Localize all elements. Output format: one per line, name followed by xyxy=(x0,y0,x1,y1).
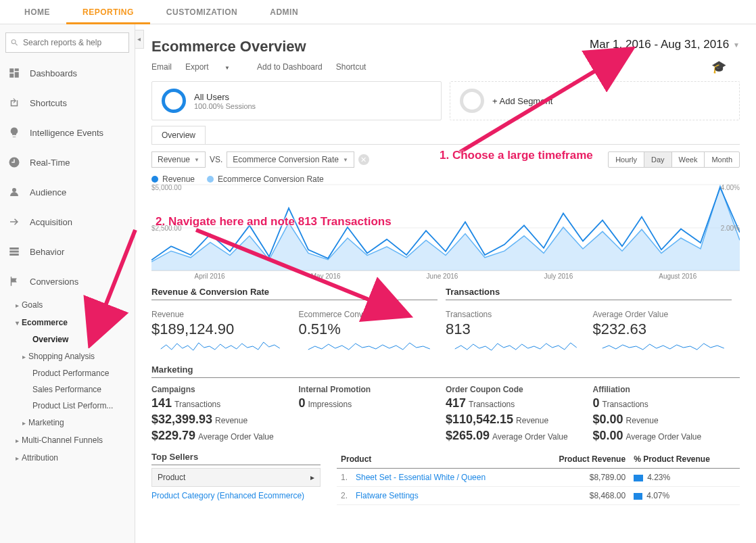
row-pct: 4.23% xyxy=(647,473,670,482)
main-panel: ◂ Ecommerce Overview Mar 1, 2016 - Aug 3… xyxy=(135,24,756,543)
nav-behavior[interactable]: Behavior xyxy=(0,237,135,266)
nav-shortcuts[interactable]: Shortcuts xyxy=(0,88,135,118)
sub2-overview[interactable]: Overview xyxy=(4,331,135,348)
search-icon xyxy=(10,38,19,47)
sub-label: Attribution xyxy=(22,453,58,463)
sub-ecommerce[interactable]: ▾Ecommerce xyxy=(4,314,135,331)
sub-label: Goals xyxy=(22,300,43,310)
chevron-right-icon: ▸ xyxy=(310,473,314,482)
kpi-label: Transactions xyxy=(446,310,586,319)
segment-title: All Users xyxy=(194,92,256,102)
clear-metric2[interactable]: ✕ xyxy=(358,154,369,165)
mkt-val: 141 xyxy=(151,396,172,410)
table-row: 1. Sheet Set - Essential White / Queen $… xyxy=(337,469,740,487)
sub2-prodperf[interactable]: Product Performance xyxy=(4,365,135,381)
top-nav: HOME REPORTING CUSTOMIZATION ADMIN xyxy=(0,0,756,24)
nav-label: Dashboards xyxy=(30,68,77,78)
nav-realtime[interactable]: Real-Time xyxy=(0,147,135,177)
sub2-shopping[interactable]: ▸Shopping Analysis xyxy=(4,348,135,365)
nav-reporting[interactable]: REPORTING xyxy=(66,0,150,24)
nav-acquisition[interactable]: Acquisition xyxy=(0,207,135,237)
chevron-down-icon: ▼ xyxy=(194,157,199,163)
sidebar-collapse[interactable]: ◂ xyxy=(135,30,144,49)
nav-audience[interactable]: Audience xyxy=(0,177,135,207)
tb-add-dashboard[interactable]: Add to Dashboard xyxy=(257,62,323,72)
metric2-label: Ecommerce Conversion Rate xyxy=(233,155,339,164)
date-range-picker[interactable]: Mar 1, 2016 - Aug 31, 2016 ▼ xyxy=(590,38,740,51)
gran-week[interactable]: Week xyxy=(671,152,705,167)
product-link[interactable]: Flatware Settings xyxy=(356,491,419,500)
mkt-val: $0.00 xyxy=(593,412,623,426)
mkt-col-title: Internal Promotion xyxy=(299,385,438,394)
sub2-prodlist[interactable]: Product List Perform... xyxy=(4,398,135,414)
mkt-val: $265.09 xyxy=(446,429,490,442)
gran-month[interactable]: Month xyxy=(704,152,739,167)
pct-bar xyxy=(634,475,643,481)
legend-revenue: Revenue xyxy=(162,174,195,184)
row-rev: $8,789.00 xyxy=(532,469,630,487)
clock-icon xyxy=(8,156,20,168)
dim-product[interactable]: Product▸ xyxy=(151,468,321,487)
legend-ecr: Ecommerce Conversion Rate xyxy=(218,174,324,184)
tb-email[interactable]: Email xyxy=(151,62,172,72)
kpi-aov: Average Order Value $232.63 xyxy=(593,306,740,355)
top-sellers-heading: Top Sellers xyxy=(151,452,321,465)
mkt-unit: Average Order Value xyxy=(626,432,702,442)
mkt-val: 0 xyxy=(299,396,306,410)
nav-label: Intelligence Events xyxy=(30,128,103,138)
mkt-unit: Transactions xyxy=(603,400,648,409)
gran-day[interactable]: Day xyxy=(644,152,671,167)
kpi-label: Revenue xyxy=(151,310,292,319)
sub-attribution[interactable]: ▸Attribution xyxy=(4,449,135,467)
kpi-value: $189,124.90 xyxy=(151,321,292,338)
page-title: Ecommerce Overview xyxy=(151,38,306,55)
mkt-val: $229.79 xyxy=(151,429,195,442)
sub2-salesperf[interactable]: Sales Performance xyxy=(4,381,135,398)
nav-dashboards[interactable]: Dashboards xyxy=(0,58,135,88)
th-pct: % Product Revenue xyxy=(630,452,740,469)
mkt-col-title: Order Coupon Code xyxy=(446,385,585,394)
search-input[interactable] xyxy=(23,38,124,47)
nav-customization[interactable]: CUSTOMIZATION xyxy=(150,0,254,24)
row-index: 1. xyxy=(337,469,352,487)
top-sellers-table: Product Product Revenue % Product Revenu… xyxy=(337,452,740,505)
kpi-value: 0.51% xyxy=(299,321,440,338)
tb-shortcut[interactable]: Shortcut xyxy=(336,62,367,72)
sparkline xyxy=(593,338,734,353)
gran-hourly[interactable]: Hourly xyxy=(609,152,644,167)
search-box[interactable] xyxy=(5,32,129,53)
product-link[interactable]: Sheet Set - Essential White / Queen xyxy=(356,473,486,482)
sparkline xyxy=(446,338,586,353)
nav-admin[interactable]: ADMIN xyxy=(254,0,314,24)
date-range-text: Mar 1, 2016 - Aug 31, 2016 xyxy=(590,38,729,51)
dim-product-category[interactable]: Product Category (Enhanced Ecommerce) xyxy=(151,487,321,504)
nav-intelligence[interactable]: Intelligence Events xyxy=(0,118,135,147)
table-row: 2. Flatware Settings $8,468.00 4.07% xyxy=(337,487,740,505)
graduation-icon[interactable]: 🎓 xyxy=(711,60,726,74)
chevron-down-icon: ▼ xyxy=(733,41,740,49)
metric2-dropdown[interactable]: Ecommerce Conversion Rate▼ xyxy=(227,151,354,168)
segment-all-users[interactable]: All Users 100.00% Sessions xyxy=(151,81,442,120)
sparkline xyxy=(151,338,292,353)
report-toolbar: Email Export ▼ Add to Dashboard Shortcut… xyxy=(135,57,756,81)
kpi-transactions: Transactions 813 xyxy=(446,306,593,355)
sub-goals[interactable]: ▸Goals xyxy=(4,296,135,314)
metric1-dropdown[interactable]: Revenue▼ xyxy=(151,151,206,168)
sub-label: Marketing xyxy=(28,418,64,427)
mkt-val: 0 xyxy=(593,396,600,410)
sub-multichannel[interactable]: ▸Multi-Channel Funnels xyxy=(4,431,135,449)
nav-conversions[interactable]: Conversions xyxy=(0,266,135,296)
kpi-ecr: Ecommerce Conversion Rate 0.51% xyxy=(299,306,446,355)
mkt-col-title: Affiliation xyxy=(593,385,732,394)
sidebar: Dashboards Shortcuts Intelligence Events… xyxy=(0,24,135,543)
mkt-unit: Revenue xyxy=(626,416,659,425)
nav-home[interactable]: HOME xyxy=(8,0,66,24)
kpi-label: Average Order Value xyxy=(593,310,734,319)
marketing-heading: Marketing xyxy=(151,364,740,378)
sub2-marketing[interactable]: ▸Marketing xyxy=(4,414,135,431)
dim-label: Product xyxy=(158,473,185,482)
kpi-label: Ecommerce Conversion Rate xyxy=(299,310,440,319)
tb-export[interactable]: Export ▼ xyxy=(185,62,243,72)
tab-overview[interactable]: Overview xyxy=(151,126,206,144)
add-segment[interactable]: + Add Segment xyxy=(450,81,740,120)
